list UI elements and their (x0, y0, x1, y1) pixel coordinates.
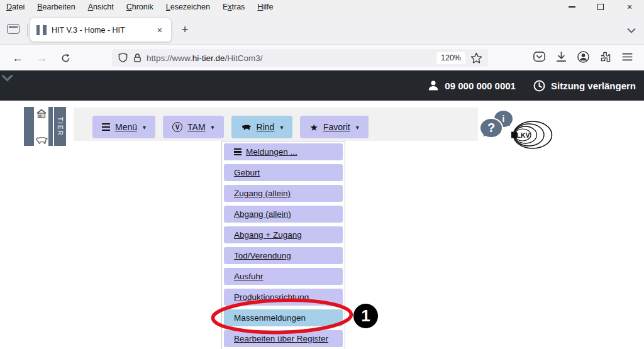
dropdown-item[interactable]: Ausfuhr (224, 268, 343, 285)
dropdown-item[interactable]: Geburt (224, 164, 343, 181)
maximize-button[interactable] (586, 0, 615, 14)
clock-icon (533, 80, 545, 92)
menubar-item[interactable]: Bearbeiten (31, 1, 81, 13)
hit-logo[interactable]: TIER (24, 107, 66, 146)
chevron-down-icon (627, 28, 636, 33)
downloads-icon[interactable] (555, 50, 568, 64)
lkv-text: LKV (517, 131, 530, 139)
hamburger-icon (234, 148, 242, 156)
tab-separator (27, 24, 28, 36)
nav-button-rind[interactable]: Rind▾ (231, 116, 293, 138)
menubar-item[interactable]: Extras (216, 1, 251, 13)
close-window-button[interactable]: × (615, 0, 644, 14)
screen: DateiBearbeitenAnsichtChronikLesezeichen… (0, 0, 644, 349)
user-id: 09 000 000 0001 (445, 80, 516, 91)
minimize-icon (569, 6, 575, 8)
tab-title: HIT V.3 - Home - HIT (52, 26, 150, 35)
minimize-button[interactable] (557, 0, 586, 14)
cow-icon (35, 136, 48, 144)
extensions-puzzle-icon[interactable] (599, 50, 612, 64)
extend-session-button[interactable]: Sitzung verlängern (551, 80, 636, 91)
bookmark-star-icon[interactable] (470, 52, 482, 64)
back-button[interactable]: ← (9, 50, 26, 66)
header-collapse-button[interactable] (2, 73, 13, 84)
nav-button-menu[interactable]: Menü▾ (92, 116, 155, 138)
star-icon: ★ (309, 123, 318, 132)
close-icon: × (627, 3, 632, 11)
menubar-item[interactable]: Datei (0, 1, 31, 13)
maximize-icon (597, 4, 604, 10)
new-tab-button[interactable]: + (177, 22, 192, 37)
user-icon (428, 80, 439, 91)
help-button[interactable]: i ? (479, 111, 516, 145)
annotation-circle (209, 296, 355, 340)
reload-button[interactable] (57, 50, 74, 66)
lkv-logo[interactable]: LKV (511, 120, 553, 152)
reload-icon (61, 53, 70, 63)
menubar-item[interactable]: Chronik (120, 1, 160, 13)
url-field[interactable]: https://www.hi-tier.de/HitCom3/ 120% (112, 49, 488, 67)
dropdown-item[interactable]: Zugang (allein) (224, 185, 343, 202)
caret-down-icon: ▾ (143, 124, 146, 131)
list-all-tabs-button[interactable] (625, 25, 638, 35)
shield-icon (118, 52, 128, 64)
nav-button-tam[interactable]: VTAM▾ (163, 116, 224, 138)
menubar-item[interactable]: Lesezeichen (160, 1, 216, 13)
forward-button[interactable]: → (33, 50, 50, 66)
tab-hit[interactable]: HIT V.3 - Home - HIT × (30, 18, 171, 42)
caret-down-icon: ▾ (211, 124, 214, 131)
site-header: 09 000 000 0001 Sitzung verlängern (0, 70, 644, 101)
nav-buttons: Menü▾VTAM▾Rind▾★Favorit▾ (92, 116, 369, 138)
hit-logo-stripe (34, 107, 48, 146)
pocket-icon[interactable] (533, 50, 546, 64)
dropdown-item[interactable]: Abgang (allein) (224, 206, 343, 223)
cow-icon (241, 123, 252, 131)
hamburger-icon (102, 123, 110, 131)
dropdown-item[interactable]: Meldungen ... (224, 143, 343, 160)
annotation-number-badge: 1 (353, 304, 378, 328)
window-controls: × (557, 0, 644, 14)
zoom-level-badge[interactable]: 120% (436, 52, 465, 64)
dropdown-item[interactable]: Abgang + Zugang (224, 226, 343, 243)
tam-icon: V (172, 122, 182, 132)
caret-down-icon: ▾ (356, 124, 359, 131)
menubar-item[interactable]: Hilfe (251, 1, 279, 13)
dropdown-item[interactable]: Tod/Verendung (224, 247, 343, 264)
chevron-down-icon (2, 75, 13, 82)
lock-icon (133, 53, 142, 63)
menubar-item[interactable]: Ansicht (82, 1, 120, 13)
browser-menubar: DateiBearbeitenAnsichtChronikLesezeichen… (0, 0, 644, 14)
hit-logo-tier-text: TIER (54, 107, 66, 146)
nav-button-favorit[interactable]: ★Favorit▾ (300, 116, 368, 138)
app-menu-icon[interactable] (621, 50, 634, 64)
tab-close-button[interactable]: × (155, 24, 165, 36)
url-toolbar: ← → https://www.hi-tier.de/HitCom3/ 120% (0, 44, 644, 70)
firefox-view-button[interactable] (6, 22, 21, 36)
firefox-view-icon (7, 24, 19, 34)
question-bubble-icon: ? (479, 118, 503, 138)
hit-favicon (36, 25, 47, 35)
account-icon[interactable] (577, 50, 590, 64)
url-text: https://www.hi-tier.de/HitCom3/ (147, 53, 263, 63)
tab-bar: HIT V.3 - Home - HIT × + (0, 14, 644, 44)
house-icon (36, 109, 47, 118)
caret-down-icon: ▾ (280, 124, 283, 131)
